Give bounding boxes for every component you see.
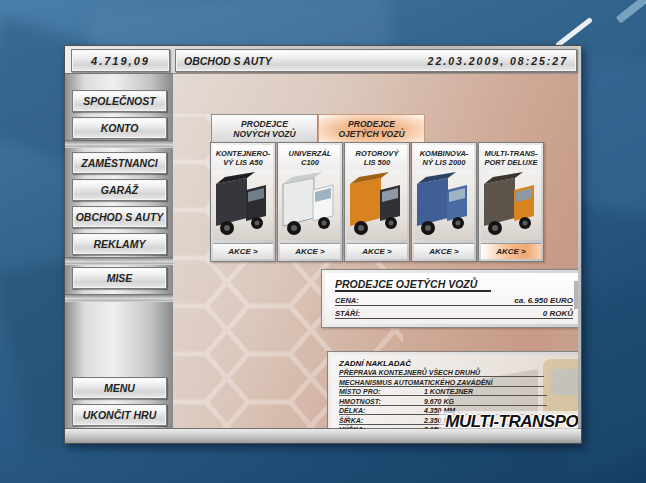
tab-prodejce-ojetych-vozu[interactable]: PRODEJCE OJETÝCH VOZŮ <box>318 114 425 143</box>
akce-button-highlighted[interactable]: AKCE > <box>481 243 541 259</box>
akce-button[interactable]: AKCE > <box>213 243 273 259</box>
truck-card-kontejnerovy-lis-a50[interactable]: KONTEJNERO-VÝ LIS A50 AKCE > <box>210 142 276 262</box>
sidebar-item-spolecnost[interactable]: SPOLEČNOST <box>72 90 167 112</box>
tab-label-line2: NOVÝCH VOZŮ <box>233 129 295 139</box>
feature-row: MECHANISMUS AUTOMATICKÉHO ZAVÁDĚNÍ <box>339 379 544 387</box>
tab-label-line1: PRODEJCE <box>348 119 395 129</box>
shop-content: PRODEJCE NOVÝCH VOZŮ PRODEJCE OJETÝCH VO… <box>173 73 578 429</box>
spec-title: ZADNÍ NAKLADAČ <box>339 359 578 368</box>
dealer-info-panel: PRODEJCE OJETÝCH VOZŮ CENA: ca. 6.950 EU… <box>321 269 578 328</box>
truck-card-title: ROTOROVÝLIS 500 <box>347 145 407 170</box>
akce-button[interactable]: AKCE > <box>280 243 340 259</box>
page-title: OBCHOD S AUTY <box>184 55 272 67</box>
truck-image <box>213 170 273 240</box>
tab-label-line2: OJETÝCH VOZŮ <box>338 129 404 139</box>
spec-row-hmotnost: HMOTNOST: 9.670 KG <box>339 398 547 406</box>
truck-card-title: UNIVERZÁLC100 <box>280 145 340 170</box>
truck-image <box>481 170 541 240</box>
vehicle-spec-panel: ZADNÍ NAKLADAČ PŘEPRAVA KONTEJNERŮ VŠECH… <box>327 351 578 429</box>
dealer-panel-heading: PRODEJCE OJETÝCH VOZŮ <box>335 278 491 292</box>
truck-image <box>414 170 474 240</box>
spec-label: HMOTNOST: <box>339 398 424 405</box>
sidebar-item-obchod-s-auty[interactable]: OBCHOD S AUTY <box>72 206 167 228</box>
sidebar-divider <box>65 257 173 265</box>
truck-card-univerzal-c100[interactable]: UNIVERZÁLC100 AKCE > <box>277 142 343 262</box>
money-display: 4.719,09 <box>71 49 170 72</box>
truck-image <box>347 170 407 240</box>
price-row: CENA: ca. 6.950 EURO <box>335 296 573 306</box>
sidebar-divider <box>65 140 173 148</box>
tab-label-line1: PRODEJCE <box>241 119 288 129</box>
truck-card-kombinovany-lis-2000[interactable]: KOMBINOVA-NÝ LIS 2000 AKCE > <box>411 142 477 262</box>
age-row: STÁŘÍ: 0 ROKŮ <box>335 309 573 319</box>
sidebar-item-mise[interactable]: MISE <box>72 267 167 289</box>
truck-card-rotorovy-lis-500[interactable]: ROTOROVÝLIS 500 AKCE > <box>344 142 410 262</box>
spec-value: 1 KONTEJNER <box>424 388 473 395</box>
quit-game-button[interactable]: UKONČIT HRU <box>72 404 167 426</box>
sidebar-divider <box>65 294 173 302</box>
price-value: ca. 6.950 EURO <box>514 296 573 305</box>
datetime-display: 22.03.2009, 08:25:27 <box>428 55 568 67</box>
spec-label: VÝŠKA: <box>339 426 424 429</box>
sidebar-item-reklamy[interactable]: REKLAMY <box>72 233 167 255</box>
background-light-streak <box>616 0 646 23</box>
window-bottom-strip <box>65 428 581 443</box>
game-window: 4.719,09 OBCHOD S AUTY 22.03.2009, 08:25… <box>64 45 582 444</box>
spec-value: 9.670 KG <box>424 398 454 405</box>
spec-label: MÍSTO PRO: <box>339 388 424 395</box>
title-bar: OBCHOD S AUTY 22.03.2009, 08:25:27 <box>175 49 577 72</box>
truck-image <box>280 170 340 240</box>
brand-logo: MULTI-TRANSPORT DELUXE <box>439 411 578 429</box>
feature-text: PŘEPRAVA KONTEJNERŮ VŠECH DRUHŮ <box>339 369 480 376</box>
spec-label: DÉLKA: <box>339 407 424 414</box>
sidebar-item-konto[interactable]: KONTO <box>72 117 167 139</box>
age-value: 0 ROKŮ <box>543 309 573 318</box>
age-label: STÁŘÍ: <box>335 309 360 318</box>
spec-label: ŠÍŘKA: <box>339 417 424 424</box>
sidebar: SPOLEČNOST KONTO ZAMĚSTNANCI GARÁŽ OBCHO… <box>65 73 173 430</box>
truck-card-title: KONTEJNERO-VÝ LIS A50 <box>213 145 273 170</box>
truck-card-title: MULTI-TRANS-PORT DELUXE <box>481 145 541 170</box>
brand-name: MULTI-TRANSPORT <box>445 412 578 429</box>
menu-button[interactable]: MENU <box>72 377 167 399</box>
price-label: CENA: <box>335 296 359 305</box>
feature-text: MECHANISMUS AUTOMATICKÉHO ZAVÁDĚNÍ <box>339 379 492 386</box>
feature-row: PŘEPRAVA KONTEJNERŮ VŠECH DRUHŮ <box>339 369 544 377</box>
background-light-streak <box>555 17 593 48</box>
akce-button[interactable]: AKCE > <box>414 243 474 259</box>
sidebar-item-zamestnanci[interactable]: ZAMĚSTNANCI <box>72 152 167 174</box>
truck-icon <box>572 279 578 327</box>
akce-button[interactable]: AKCE > <box>347 243 407 259</box>
truck-card-multi-transport-deluxe[interactable]: MULTI-TRANS-PORT DELUXE AKCE > <box>478 142 544 262</box>
sidebar-item-garaz[interactable]: GARÁŽ <box>72 179 167 201</box>
spec-row-misto-pro: MÍSTO PRO: 1 KONTEJNER <box>339 388 547 396</box>
truck-card-title: KOMBINOVA-NÝ LIS 2000 <box>414 145 474 170</box>
tab-prodejce-novych-vozu[interactable]: PRODEJCE NOVÝCH VOZŮ <box>211 114 318 143</box>
